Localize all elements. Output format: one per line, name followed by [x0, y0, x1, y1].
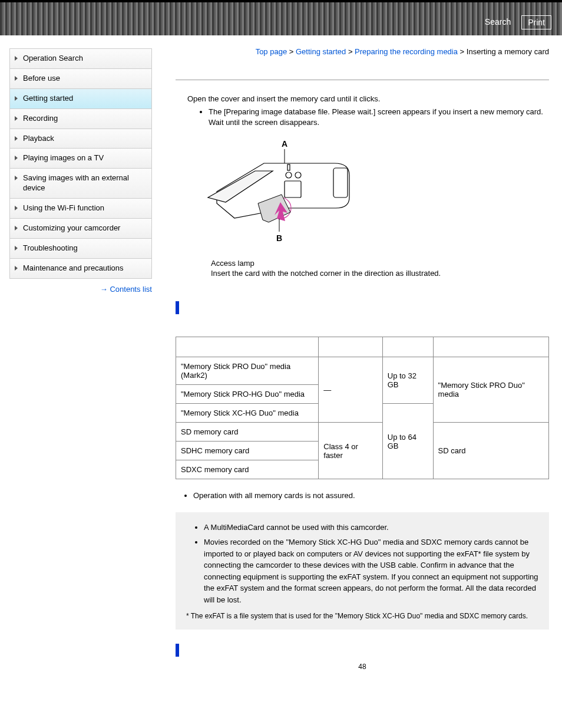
td-class4: Class 4 or faster: [319, 423, 382, 479]
bullet-preparing-db: The [Preparing image database file. Plea…: [209, 107, 549, 128]
crumb-getting-started[interactable]: Getting started: [296, 47, 346, 56]
nav-item-wifi[interactable]: Using the Wi-Fi function: [10, 199, 151, 219]
camcorder-illustration: A B: [199, 139, 370, 251]
crumb-sep: >: [289, 47, 294, 56]
crumb-current: Inserting a memory card: [467, 47, 549, 56]
nav-list: Operation Search Before use Getting star…: [9, 48, 152, 279]
td-sd: SD memory card: [176, 423, 319, 442]
page-number: 48: [176, 663, 549, 671]
nav-item-before-use[interactable]: Before use: [10, 69, 151, 89]
label-b: B: [276, 233, 282, 243]
search-button[interactable]: Search: [479, 15, 517, 29]
table-row: "Memory Stick PRO Duo" media (Mark2) — U…: [176, 357, 549, 385]
nav-item-maintenance[interactable]: Maintenance and precautions: [10, 259, 151, 278]
nav-item-playback[interactable]: Playback: [10, 129, 151, 149]
label-a: A: [282, 139, 287, 149]
breadcrumb: Top page > Getting started > Preparing t…: [176, 47, 549, 56]
note-exfat: Movies recorded on the "Memory Stick XC-…: [204, 536, 538, 605]
td-ms-xc-hg-duo: "Memory Stick XC-HG Duo" media: [176, 404, 319, 423]
insert-direction-line: Insert the card with the notched corner …: [211, 269, 549, 278]
divider: [176, 80, 549, 80]
notes-box: A MultiMediaCard cannot be used with thi…: [176, 512, 549, 630]
access-lamp-line: Access lamp: [211, 259, 549, 268]
header-buttons: Search Print: [479, 15, 551, 29]
crumb-sep: >: [348, 47, 353, 56]
main-content: Top page > Getting started > Preparing t…: [158, 35, 562, 689]
svg-point-2: [286, 172, 292, 178]
contents-list-link[interactable]: Contents list: [9, 285, 152, 294]
notes-list: A MultiMediaCard cannot be used with thi…: [204, 522, 538, 606]
svg-rect-4: [285, 181, 301, 197]
td-32gb: Up to 32 GB: [382, 357, 433, 404]
crumb-sep: >: [460, 47, 465, 56]
svg-rect-1: [333, 168, 348, 197]
nav-item-operation-search[interactable]: Operation Search: [10, 49, 151, 69]
nav-item-playing-on-tv[interactable]: Playing images on a TV: [10, 149, 151, 169]
print-button[interactable]: Print: [521, 15, 551, 29]
step-open-cover: Open the cover and insert the memory car…: [187, 94, 549, 103]
nav-item-getting-started[interactable]: Getting started: [10, 89, 151, 109]
svg-point-3: [295, 172, 301, 178]
body-bullets: Operation with all memory cards is not a…: [193, 490, 549, 502]
page-header: Search Print: [0, 0, 562, 35]
nav-item-customizing[interactable]: Customizing your camcorder: [10, 219, 151, 239]
exfat-footnote: * The exFAT is a file system that is use…: [186, 611, 538, 621]
table-row: SD memory card Class 4 or faster SD card: [176, 423, 549, 442]
sidebar: Operation Search Before use Getting star…: [0, 35, 158, 689]
media-compatibility-table: "Memory Stick PRO Duo" media (Mark2) — U…: [176, 337, 549, 479]
section-bar-icon: [176, 301, 179, 314]
nav-item-troubleshooting[interactable]: Troubleshooting: [10, 239, 151, 259]
table-header-row: [176, 337, 549, 357]
td-sdhc: SDHC memory card: [176, 442, 319, 460]
nav-item-recording[interactable]: Recording: [10, 109, 151, 129]
td-sdcard: SD card: [433, 423, 548, 479]
td-sdxc: SDXC memory card: [176, 460, 319, 479]
svg-rect-5: [287, 164, 290, 170]
th-1: [176, 337, 319, 357]
crumb-top[interactable]: Top page: [256, 47, 287, 56]
bullet-not-assured: Operation with all memory cards is not a…: [193, 490, 549, 502]
step-bullets: The [Preparing image database file. Plea…: [209, 107, 549, 128]
th-4: [433, 337, 548, 357]
note-multimediacard: A MultiMediaCard cannot be used with thi…: [204, 522, 538, 533]
section-bar-icon: [176, 644, 179, 657]
td-dash: —: [319, 357, 382, 423]
th-2: [319, 337, 382, 357]
th-3: [382, 337, 433, 357]
td-ms-pro-duo: "Memory Stick PRO Duo" media: [433, 357, 548, 423]
td-ms-pro-duo-mark2: "Memory Stick PRO Duo" media (Mark2): [176, 357, 319, 385]
crumb-preparing[interactable]: Preparing the recording media: [355, 47, 458, 56]
td-ms-pro-hg-duo: "Memory Stick PRO-HG Duo" media: [176, 385, 319, 404]
td-64gb: Up to 64 GB: [382, 404, 433, 479]
nav-item-saving-external[interactable]: Saving images with an external device: [10, 169, 151, 199]
